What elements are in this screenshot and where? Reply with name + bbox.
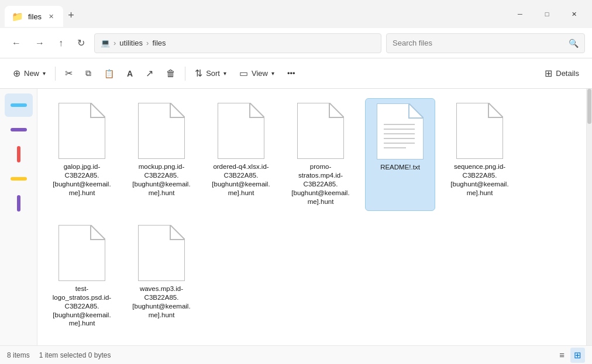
share-icon: ↗: [146, 68, 153, 79]
sort-label: Sort: [206, 69, 220, 78]
sort-button[interactable]: ⇅ Sort ▾: [189, 64, 232, 82]
back-button[interactable]: ←: [7, 34, 26, 52]
file-name: test-logo_stratos.psd.id-C3B22A85.[bughu…: [51, 285, 112, 328]
svg-marker-4: [377, 103, 424, 160]
search-input[interactable]: [393, 39, 564, 47]
sidebar-item-4[interactable]: [5, 167, 33, 190]
forward-button[interactable]: →: [30, 34, 49, 52]
view-mode-controls: ≡ ⊞: [556, 348, 585, 363]
svg-marker-3: [297, 103, 344, 159]
search-box[interactable]: 🔍: [386, 33, 585, 53]
list-item[interactable]: README!.txt: [365, 98, 435, 211]
scrollbar[interactable]: [586, 89, 592, 345]
grid-view-button[interactable]: ⊞: [570, 348, 585, 363]
list-item[interactable]: mockup.png.id-C3B22A85.[bughunt@keemail.…: [126, 98, 197, 211]
toolbar-separator-1: [55, 67, 56, 81]
list-item[interactable]: galop.jpg.id-C3B22A85.[bughunt@keemail.m…: [47, 98, 117, 211]
file-name: promo-stratos.mp4.id-C3B22A85.[bughunt@k…: [290, 162, 351, 206]
search-icon: 🔍: [569, 39, 579, 48]
paste-button[interactable]: 📋: [98, 65, 120, 82]
breadcrumb-files[interactable]: files: [152, 39, 166, 47]
breadcrumb-sep-1: ›: [113, 39, 116, 47]
svg-marker-13: [138, 225, 185, 281]
list-view-button[interactable]: ≡: [556, 348, 568, 363]
maximize-button[interactable]: □: [534, 4, 560, 25]
minimize-button[interactable]: ─: [507, 4, 534, 25]
computer-icon: 💻: [101, 39, 110, 47]
file-icon-6: [456, 103, 503, 159]
status-bar: 8 items 1 item selected 0 bytes ≡ ⊞: [0, 345, 592, 364]
sidebar-item-5[interactable]: [5, 192, 33, 215]
sort-icon: ⇅: [195, 68, 202, 79]
selected-info: 1 item selected 0 bytes: [39, 351, 111, 359]
items-count: 8 items: [7, 351, 30, 359]
sidebar-item-3[interactable]: [5, 143, 33, 166]
file-area[interactable]: galop.jpg.id-C3B22A85.[bughunt@keemail.m…: [37, 89, 586, 345]
svg-marker-0: [58, 103, 105, 159]
new-button[interactable]: ⊕ New ▾: [7, 64, 51, 82]
breadcrumb-utilities[interactable]: utilities: [119, 39, 143, 47]
file-name: README!.txt: [380, 163, 420, 172]
file-icon-2: [138, 103, 185, 159]
new-icon: ⊕: [13, 68, 20, 79]
view-label: View: [252, 69, 268, 78]
window-controls: ─ □ ✕: [507, 4, 587, 25]
details-button[interactable]: ⊞ Details: [539, 64, 585, 82]
delete-button[interactable]: 🗑: [160, 65, 181, 82]
active-tab[interactable]: 📁 files ✕: [5, 6, 63, 27]
file-name: galop.jpg.id-C3B22A85.[bughunt@keemail.m…: [51, 162, 112, 197]
file-icon-1: [58, 103, 105, 159]
breadcrumb: 💻 › utilities › files: [94, 33, 381, 53]
file-icon-7: [58, 225, 105, 281]
file-icon-3: [218, 103, 264, 159]
list-item[interactable]: sequence.png.id-C3B22A85.[bughunt@keemai…: [445, 98, 515, 211]
copy-icon: ⧉: [85, 68, 91, 78]
breadcrumb-sep-2: ›: [146, 39, 149, 47]
rename-icon: A: [127, 69, 133, 78]
address-bar: ← → ↑ ↻ 💻 › utilities › files 🔍: [0, 28, 592, 58]
file-name: mockup.png.id-C3B22A85.[bughunt@keemail.…: [131, 162, 192, 197]
svg-marker-1: [138, 103, 185, 159]
more-icon: •••: [287, 69, 295, 78]
view-icon: ▭: [239, 68, 248, 79]
paste-icon: 📋: [104, 69, 114, 78]
delete-icon: 🗑: [166, 68, 175, 79]
file-name: sequence.png.id-C3B22A85.[bughunt@keemai…: [449, 162, 510, 197]
close-button[interactable]: ✕: [560, 4, 587, 25]
new-label: New: [24, 69, 39, 78]
sidebar-color-2: [11, 128, 27, 131]
main-content: galop.jpg.id-C3B22A85.[bughunt@keemail.m…: [0, 89, 592, 345]
view-chevron-icon: ▾: [271, 70, 274, 77]
files-grid: galop.jpg.id-C3B22A85.[bughunt@keemail.m…: [47, 98, 577, 332]
toolbar-separator-2: [185, 67, 185, 81]
svg-marker-2: [218, 103, 264, 159]
sidebar-item-2[interactable]: [5, 118, 33, 141]
tab-close-button[interactable]: ✕: [46, 12, 56, 22]
file-name: ordered-q4.xlsx.id-C3B22A85.[bughunt@kee…: [211, 162, 271, 197]
view-button[interactable]: ▭ View ▾: [233, 64, 280, 82]
svg-marker-11: [456, 103, 503, 159]
list-item[interactable]: promo-stratos.mp4.id-C3B22A85.[bughunt@k…: [285, 98, 356, 211]
refresh-button[interactable]: ↻: [73, 34, 90, 52]
sidebar-color-5: [17, 195, 20, 212]
list-item[interactable]: ordered-q4.xlsx.id-C3B22A85.[bughunt@kee…: [206, 98, 276, 211]
copy-button[interactable]: ⧉: [80, 65, 97, 82]
sidebar-color-3: [17, 146, 20, 162]
title-bar: 📁 files ✕ + ─ □ ✕: [0, 0, 592, 28]
new-tab-button[interactable]: +: [63, 7, 79, 24]
list-item[interactable]: test-logo_stratos.psd.id-C3B22A85.[bughu…: [47, 220, 117, 333]
more-button[interactable]: •••: [281, 65, 301, 81]
file-icon-4: [297, 103, 344, 159]
new-chevron-icon: ▾: [43, 70, 46, 77]
cut-button[interactable]: ✂: [59, 64, 78, 82]
up-button[interactable]: ↑: [54, 34, 68, 52]
sidebar-color-4: [11, 177, 27, 181]
details-panel-icon: ⊞: [545, 68, 552, 79]
toolbar: ⊕ New ▾ ✂ ⧉ 📋 A ↗ 🗑 ⇅ Sort ▾ ▭ View ▾ ••…: [0, 58, 592, 89]
rename-button[interactable]: A: [121, 65, 139, 82]
sidebar-item-1[interactable]: [5, 93, 33, 117]
share-button[interactable]: ↗: [140, 64, 159, 82]
file-icon-8: [138, 225, 185, 281]
file-name: waves.mp3.id-C3B22A85.[bughunt@keemail.m…: [131, 285, 192, 320]
list-item[interactable]: waves.mp3.id-C3B22A85.[bughunt@keemail.m…: [126, 220, 197, 333]
